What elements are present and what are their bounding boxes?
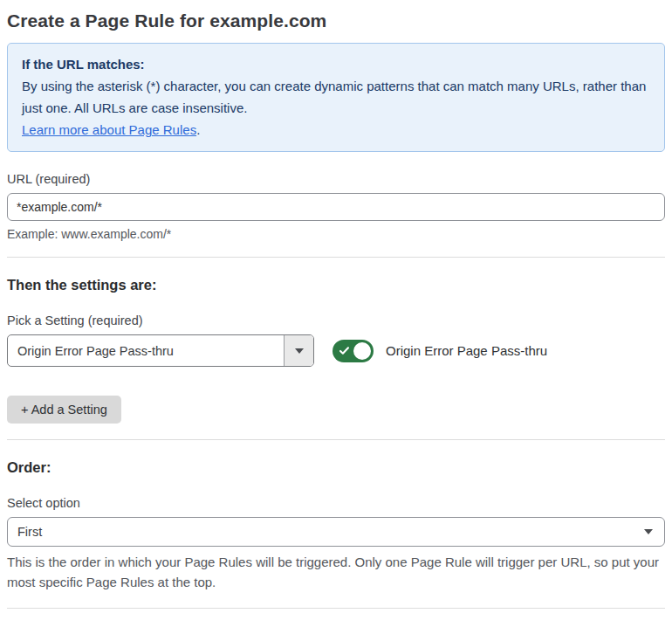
caret-down-icon: [644, 529, 653, 534]
setting-row: Origin Error Page Pass-thru Origin Error…: [7, 334, 665, 367]
add-setting-button[interactable]: + Add a Setting: [7, 396, 121, 424]
order-helper-text: This is the order in which your Page Rul…: [7, 552, 665, 592]
order-select-value: First: [17, 525, 42, 539]
order-select[interactable]: First: [7, 517, 665, 547]
toggle-knob: [353, 342, 371, 360]
setting-picker-value: Origin Error Page Pass-thru: [8, 335, 284, 366]
page-title: Create a Page Rule for example.com: [7, 10, 665, 31]
check-icon: [339, 345, 350, 356]
setting-toggle[interactable]: [333, 340, 374, 362]
order-section-heading: Order:: [7, 459, 665, 476]
url-example-helper: Example: www.example.com/*: [7, 227, 665, 241]
caret-down-icon: [295, 348, 304, 354]
order-select-label: Select option: [7, 496, 665, 510]
pick-setting-label: Pick a Setting (required): [7, 313, 665, 327]
page-rule-form: Create a Page Rule for example.com If th…: [0, 0, 672, 620]
divider: [7, 608, 665, 609]
setting-picker-dropdown[interactable]: Origin Error Page Pass-thru: [7, 334, 314, 367]
setting-toggle-label: Origin Error Page Pass-thru: [386, 343, 547, 358]
divider: [7, 257, 665, 258]
divider: [7, 439, 665, 440]
setting-picker-dropdown-button[interactable]: [284, 335, 313, 366]
url-input[interactable]: [7, 193, 665, 221]
info-box-heading: If the URL matches:: [22, 53, 650, 75]
url-match-info-box: If the URL matches: By using the asteris…: [7, 43, 665, 152]
info-box-link-line: Learn more about Page Rules.: [22, 119, 650, 141]
learn-more-link[interactable]: Learn more about Page Rules: [22, 122, 196, 137]
link-period: .: [196, 122, 200, 137]
settings-section-heading: Then the settings are:: [7, 277, 665, 293]
info-box-body: By using the asterisk (*) character, you…: [22, 75, 650, 119]
url-label: URL (required): [7, 172, 665, 186]
